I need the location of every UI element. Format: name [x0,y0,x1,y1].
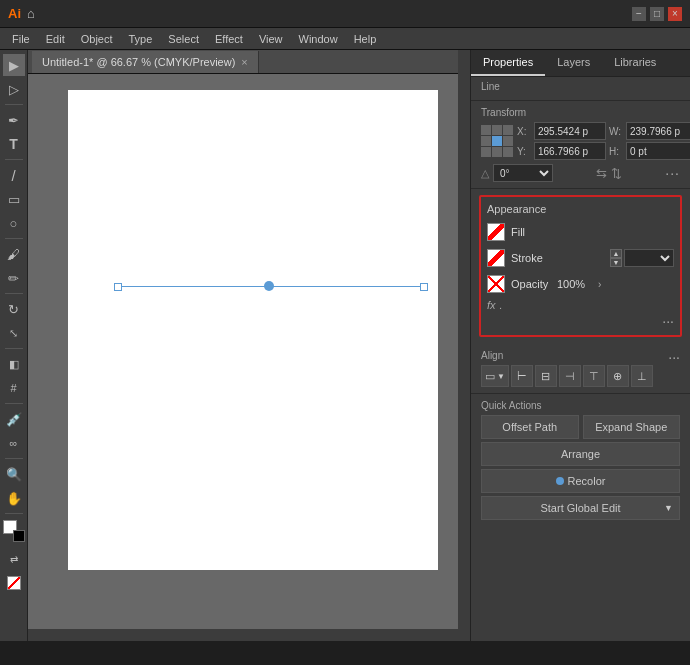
close-btn[interactable]: × [668,7,682,21]
angle-select[interactable]: 0° [493,164,553,182]
qa-row-1: Offset Path Expand Shape [481,415,680,439]
w-input[interactable] [626,122,690,140]
align-dots-menu[interactable]: ··· [668,349,680,365]
color-swatches[interactable] [3,520,25,542]
mesh-tool[interactable]: # [3,377,25,399]
fx-label: fx [487,299,496,311]
start-global-edit-label: Start Global Edit [540,502,620,514]
zoom-tool[interactable]: 🔍 [3,463,25,485]
tool-separator-1 [5,104,23,105]
menu-object[interactable]: Object [73,31,121,47]
blend-tool[interactable]: ∞ [3,432,25,454]
flip-v-btn[interactable]: ⇅ [611,166,622,181]
home-btn[interactable]: ⌂ [27,6,35,21]
fill-swatch[interactable] [487,223,505,241]
stroke-swatch-tool[interactable] [13,530,25,542]
arrange-btn[interactable]: Arrange [481,442,680,466]
recolor-btn[interactable]: Recolor [481,469,680,493]
fx-dot: . [500,299,503,311]
transform-inputs: X: W: 🔗 Y: H: [517,122,690,160]
expand-shape-btn[interactable]: Expand Shape [583,415,681,439]
handle-left[interactable] [114,283,122,291]
direct-selection-tool[interactable]: ▷ [3,78,25,100]
align-bottom-btn[interactable]: ⊥ [631,365,653,387]
recolor-label: Recolor [568,475,606,487]
menu-help[interactable]: Help [346,31,385,47]
artboard [68,90,438,570]
ellipse-tool[interactable]: ○ [3,212,25,234]
menu-select[interactable]: Select [160,31,207,47]
maximize-btn[interactable]: □ [650,7,664,21]
stroke-up-btn[interactable]: ▲ [610,249,622,258]
stroke-select[interactable] [624,249,674,267]
swatch-controls: ⇄ [3,548,25,570]
offset-path-btn[interactable]: Offset Path [481,415,579,439]
align-title: Align [481,350,503,361]
align-top-btn[interactable]: ⊤ [583,365,605,387]
handle-mid[interactable] [264,281,274,291]
transform-dots-menu[interactable]: ··· [665,165,680,181]
tab-libraries[interactable]: Libraries [602,50,668,76]
none-swatch[interactable] [3,572,25,594]
rect-tool[interactable]: ▭ [3,188,25,210]
tab-properties[interactable]: Properties [471,50,545,76]
rotate-tool[interactable]: ↻ [3,298,25,320]
flip-h-btn[interactable]: ⇆ [596,166,607,181]
title-bar: Ai ⌂ − □ × [0,0,690,28]
stroke-controls: ▲ ▼ [610,249,674,267]
transform-reference-grid[interactable] [481,125,513,157]
fx-row: fx . [487,299,674,311]
menu-type[interactable]: Type [121,31,161,47]
transform-section: Transform X: [471,101,690,189]
stroke-spinner: ▲ ▼ [610,249,622,267]
line-tool[interactable]: / [3,164,25,186]
canvas-scrollbar-v[interactable] [458,50,470,641]
menu-window[interactable]: Window [291,31,346,47]
hand-tool[interactable]: ✋ [3,487,25,509]
pen-tool[interactable]: ✒ [3,109,25,131]
stroke-down-btn[interactable]: ▼ [610,258,622,267]
eyedropper-tool[interactable]: 💉 [3,408,25,430]
type-tool[interactable]: T [3,133,25,155]
appearance-dots-menu[interactable]: ··· [487,313,674,329]
y-input[interactable] [534,142,606,160]
line-title: Line [481,81,680,92]
canvas-scrollbar-h[interactable] [28,629,458,641]
tab-close-btn[interactable]: × [241,56,247,68]
align-to-select[interactable]: ▭ ▼ [481,365,509,387]
tab-layers[interactable]: Layers [545,50,602,76]
tab-bar: Untitled-1* @ 66.67 % (CMYK/Preview) × [28,50,470,74]
menu-effect[interactable]: Effect [207,31,251,47]
document-tab[interactable]: Untitled-1* @ 66.67 % (CMYK/Preview) × [32,51,259,73]
align-right-btn[interactable]: ⊣ [559,365,581,387]
main-layout: ▶ ▷ ✒ T / ▭ ○ 🖌 ✏ ↻ ⤡ ◧ # 💉 ∞ 🔍 ✋ ⇄ [0,50,690,641]
tool-separator-3 [5,238,23,239]
opacity-row: Opacity 100% › [487,273,674,295]
scale-tool[interactable]: ⤡ [3,322,25,344]
opacity-expand-btn[interactable]: › [598,279,601,290]
align-buttons-row: ▭ ▼ ⊢ ⊟ ⊣ ⊤ ⊕ ⊥ [481,365,680,387]
menu-edit[interactable]: Edit [38,31,73,47]
canvas-area[interactable]: Untitled-1* @ 66.67 % (CMYK/Preview) × [28,50,470,641]
minimize-btn[interactable]: − [632,7,646,21]
brush-tool[interactable]: 🖌 [3,243,25,265]
align-center-h-btn[interactable]: ⊟ [535,365,557,387]
menu-view[interactable]: View [251,31,291,47]
start-global-edit-btn[interactable]: Start Global Edit ▼ [481,496,680,520]
toolbar: ▶ ▷ ✒ T / ▭ ○ 🖌 ✏ ↻ ⤡ ◧ # 💉 ∞ 🔍 ✋ ⇄ [0,50,28,641]
fill-label: Fill [511,226,551,238]
fx-btn[interactable]: fx . [487,299,674,311]
pencil-tool[interactable]: ✏ [3,267,25,289]
appearance-title: Appearance [487,203,674,215]
menu-file[interactable]: File [4,31,38,47]
stroke-swatch[interactable] [487,249,505,267]
align-center-v-btn[interactable]: ⊕ [607,365,629,387]
swap-colors-btn[interactable]: ⇄ [3,548,25,570]
h-input[interactable] [626,142,690,160]
align-left-btn[interactable]: ⊢ [511,365,533,387]
recolor-dot-icon [556,477,564,485]
x-input[interactable] [534,122,606,140]
gradient-tool[interactable]: ◧ [3,353,25,375]
selection-tool[interactable]: ▶ [3,54,25,76]
handle-right[interactable] [420,283,428,291]
